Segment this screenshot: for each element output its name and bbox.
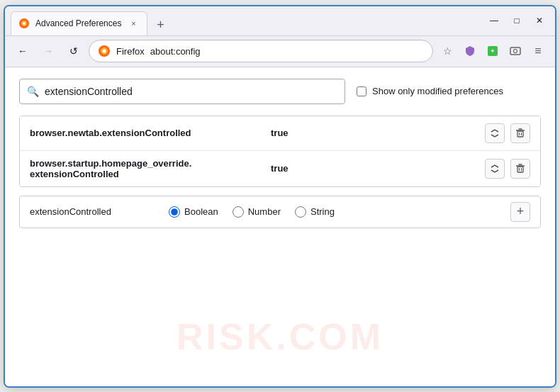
search-input[interactable] — [45, 86, 337, 97]
search-box[interactable]: 🔍 — [19, 79, 345, 104]
forward-button[interactable]: → — [38, 40, 59, 62]
table-row: browser.newtab.extensionControlled true — [20, 116, 540, 151]
address-bar[interactable]: Firefox about:config — [89, 40, 433, 62]
show-modified-label: Show only modified preferences — [372, 86, 503, 96]
firefox-logo — [98, 45, 111, 57]
close-button[interactable]: ✕ — [530, 11, 549, 30]
browser-window: Advanced Preferences × + — □ ✕ ← → ↺ Fir… — [4, 5, 556, 388]
nav-icons: ☆ + ≡ — [437, 41, 548, 61]
address-text: about:config — [150, 46, 424, 57]
pref-value-1: true — [271, 128, 485, 138]
number-label: Number — [248, 206, 281, 217]
table-row: browser.startup.homepage_override. exten… — [20, 151, 540, 186]
title-bar: Advanced Preferences × + — □ ✕ — [5, 6, 555, 36]
svg-point-9 — [514, 50, 517, 53]
pref-name-2: browser.startup.homepage_override. exten… — [30, 158, 271, 179]
window-controls: — □ ✕ — [484, 11, 549, 30]
menu-icon[interactable]: ≡ — [528, 41, 548, 61]
minimize-button[interactable]: — — [484, 11, 504, 30]
back-button[interactable]: ← — [12, 40, 33, 62]
pref-value-2: true — [271, 163, 485, 174]
svg-rect-15 — [517, 167, 523, 172]
svg-rect-8 — [510, 47, 520, 55]
boolean-label: Boolean — [184, 206, 218, 217]
bookmark-icon[interactable]: ☆ — [437, 41, 457, 61]
svg-point-5 — [103, 50, 106, 53]
screenshot-icon[interactable] — [505, 41, 525, 61]
toggle-button-2[interactable] — [485, 159, 505, 179]
boolean-option[interactable]: Boolean — [169, 206, 218, 218]
active-tab[interactable]: Advanced Preferences × — [11, 11, 147, 35]
pref-name-1: browser.newtab.extensionControlled — [30, 128, 271, 138]
pref-actions-2 — [485, 159, 530, 179]
string-radio[interactable] — [295, 206, 306, 218]
string-option[interactable]: String — [295, 206, 335, 218]
delete-button-2[interactable] — [510, 159, 530, 179]
preferences-table: browser.newtab.extensionControlled true — [19, 116, 541, 187]
show-modified-checkbox[interactable] — [357, 86, 366, 96]
delete-button-1[interactable] — [510, 123, 530, 143]
reload-button[interactable]: ↺ — [63, 40, 84, 62]
show-modified-row: Show only modified preferences — [357, 86, 503, 96]
type-radio-group: Boolean Number String — [169, 206, 499, 218]
maximize-button[interactable]: □ — [507, 11, 527, 30]
boolean-radio[interactable] — [169, 206, 180, 218]
string-label: String — [310, 206, 335, 217]
search-icon: 🔍 — [27, 86, 39, 97]
content-area: RISK.COM 🔍 Show only modified preference… — [5, 67, 555, 386]
new-preference-row: extensionControlled Boolean Number Strin… — [19, 196, 541, 228]
browser-name-label: Firefox — [116, 46, 145, 57]
new-tab-button[interactable]: + — [150, 16, 170, 35]
nav-bar: ← → ↺ Firefox about:config ☆ — [5, 36, 555, 67]
tab-close-button[interactable]: × — [127, 17, 140, 30]
add-preference-button[interactable]: + — [510, 202, 530, 222]
pref-actions-1 — [485, 123, 530, 143]
new-pref-name: extensionControlled — [30, 206, 157, 217]
shield-icon — [460, 41, 480, 61]
watermark: RISK.COM — [177, 315, 383, 358]
toggle-button-1[interactable] — [485, 123, 505, 143]
svg-text:+: + — [491, 47, 494, 55]
svg-point-2 — [23, 22, 26, 25]
tab-favicon — [18, 18, 30, 29]
svg-rect-10 — [517, 131, 523, 137]
tab-area: Advanced Preferences × + — [11, 6, 484, 35]
search-row: 🔍 Show only modified preferences — [19, 79, 541, 104]
tab-title: Advanced Preferences — [35, 18, 121, 28]
number-radio[interactable] — [233, 206, 244, 218]
number-option[interactable]: Number — [233, 206, 281, 218]
extension-icon[interactable]: + — [483, 41, 503, 61]
